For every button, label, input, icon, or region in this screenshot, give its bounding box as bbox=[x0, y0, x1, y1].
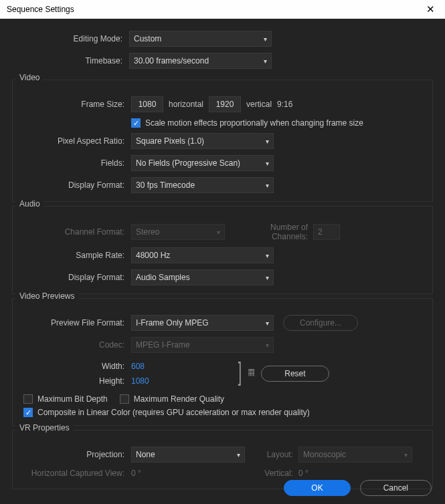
video-display-format-select[interactable]: 30 fps Timecode ▾ bbox=[131, 177, 274, 193]
composite-linear-checkbox[interactable] bbox=[23, 408, 33, 417]
preview-file-format-select[interactable]: I-Frame Only MPEG ▾ bbox=[131, 315, 274, 331]
audio-header: Audio bbox=[15, 199, 44, 209]
fields-label: Fields: bbox=[14, 158, 131, 168]
vertical-label: vertical bbox=[246, 100, 272, 109]
editing-mode-select[interactable]: Custom ▾ bbox=[129, 31, 272, 47]
video-previews-section: Video Previews Preview File Format: I-Fr… bbox=[12, 298, 433, 426]
pixel-aspect-select[interactable]: Square Pixels (1.0) ▾ bbox=[131, 133, 274, 149]
cancel-button[interactable]: Cancel bbox=[360, 480, 432, 496]
max-render-quality-checkbox[interactable] bbox=[120, 394, 129, 404]
vr-layout-label: Layout: bbox=[245, 450, 298, 459]
audio-display-format-select[interactable]: Audio Samples ▾ bbox=[131, 269, 274, 285]
timebase-value: 30.00 frames/second bbox=[134, 56, 209, 66]
h-captured-view-label: Horizontal Captured View: bbox=[14, 469, 131, 478]
reset-button[interactable]: Reset bbox=[261, 366, 329, 382]
chevron-down-icon: ▾ bbox=[264, 57, 267, 65]
frame-size-label: Frame Size: bbox=[14, 100, 131, 109]
fields-select[interactable]: No Fields (Progressive Scan) ▾ bbox=[131, 155, 274, 171]
channel-format-label: Channel Format: bbox=[14, 227, 131, 237]
vr-header: VR Properties bbox=[15, 423, 74, 432]
preview-height-value[interactable]: 1080 bbox=[131, 376, 149, 386]
frame-width-input[interactable]: 1080 bbox=[131, 96, 163, 112]
configure-button: Configure... bbox=[283, 315, 358, 331]
titlebar: Sequence Settings ✕ bbox=[0, 0, 445, 19]
composite-linear-label: Composite in Linear Color (requires GPU … bbox=[37, 408, 310, 417]
v-captured-view-label: Vertical: bbox=[245, 469, 298, 478]
timebase-label: Timebase: bbox=[12, 56, 129, 66]
video-header: Video bbox=[15, 73, 43, 82]
audio-display-format-label: Display Format: bbox=[14, 273, 131, 282]
max-bit-depth-label: Maximum Bit Depth bbox=[37, 394, 108, 404]
chevron-down-icon: ▾ bbox=[404, 451, 408, 459]
preview-file-format-label: Preview File Format: bbox=[14, 318, 131, 328]
projection-select[interactable]: None ▾ bbox=[131, 447, 245, 463]
scale-motion-checkbox[interactable] bbox=[131, 118, 141, 128]
codec-label: Codec: bbox=[14, 340, 131, 350]
chevron-down-icon: ▾ bbox=[266, 320, 269, 327]
audio-section: Audio Channel Format: Stereo ▾ Number of… bbox=[12, 206, 433, 294]
frame-height-input[interactable]: 1920 bbox=[209, 96, 241, 112]
video-section: Video Frame Size: 1080 horizontal 1920 v… bbox=[12, 80, 433, 202]
projection-label: Projection: bbox=[14, 450, 131, 459]
max-render-quality-label: Maximum Render Quality bbox=[134, 394, 224, 404]
preview-width-label: Width: bbox=[14, 362, 131, 371]
ok-button[interactable]: OK bbox=[284, 480, 350, 496]
chevron-down-icon: ▾ bbox=[266, 342, 269, 349]
scale-motion-label: Scale motion effects proportionally when… bbox=[145, 118, 363, 128]
chevron-down-icon: ▾ bbox=[266, 138, 269, 145]
sample-rate-select[interactable]: 48000 Hz ▾ bbox=[131, 247, 274, 263]
chevron-down-icon: ▾ bbox=[237, 451, 240, 459]
close-icon[interactable]: ✕ bbox=[422, 3, 438, 15]
editing-mode-value: Custom bbox=[134, 34, 161, 43]
link-icon[interactable]: 𝄜 bbox=[248, 368, 254, 379]
chevron-down-icon: ▾ bbox=[266, 274, 269, 281]
bracket-icon: ] bbox=[238, 358, 241, 386]
video-display-format-label: Display Format: bbox=[14, 180, 131, 190]
preview-height-label: Height: bbox=[14, 376, 131, 386]
chevron-down-icon: ▾ bbox=[264, 35, 267, 43]
codec-select: MPEG I-Frame ▾ bbox=[131, 337, 274, 353]
chevron-down-icon: ▾ bbox=[266, 182, 269, 189]
max-bit-depth-checkbox[interactable] bbox=[23, 394, 33, 404]
v-captured-view-value: 0 ° bbox=[298, 469, 308, 478]
num-channels-value: 2 bbox=[313, 224, 340, 240]
chevron-down-icon: ▾ bbox=[217, 229, 220, 236]
chevron-down-icon: ▾ bbox=[266, 252, 269, 259]
timebase-select[interactable]: 30.00 frames/second ▾ bbox=[129, 53, 272, 69]
editing-mode-label: Editing Mode: bbox=[12, 34, 129, 43]
sample-rate-label: Sample Rate: bbox=[14, 251, 131, 260]
num-channels-label: Number of Channels: bbox=[233, 223, 313, 241]
window-title: Sequence Settings bbox=[7, 5, 74, 14]
pixel-aspect-label: Pixel Aspect Ratio: bbox=[14, 136, 131, 146]
video-previews-header: Video Previews bbox=[15, 291, 79, 301]
aspect-ratio-label: 9:16 bbox=[277, 100, 292, 109]
horizontal-label: horizontal bbox=[169, 100, 203, 109]
chevron-down-icon: ▾ bbox=[266, 160, 269, 167]
channel-format-select: Stereo ▾ bbox=[131, 224, 225, 240]
h-captured-view-value: 0 ° bbox=[131, 469, 245, 478]
vr-layout-select: Monoscopic ▾ bbox=[298, 447, 412, 463]
preview-width-value[interactable]: 608 bbox=[131, 362, 145, 371]
